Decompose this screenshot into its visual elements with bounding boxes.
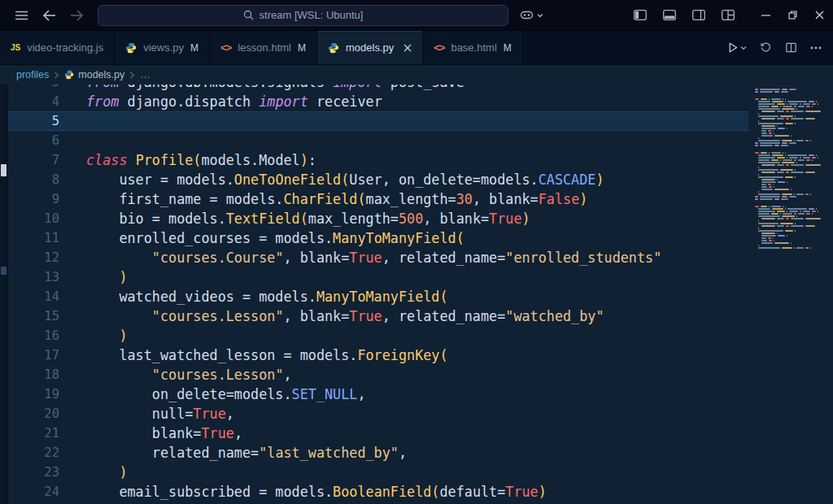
code-line[interactable]: 19 on_delete=models.SET_NULL, <box>8 385 833 404</box>
tab-lesson.html[interactable]: <>lesson.htmlM <box>210 31 317 64</box>
back-arrow-icon[interactable] <box>41 7 57 24</box>
code-line[interactable]: 17 last_watched_lesson = models.ForeignK… <box>8 345 833 365</box>
code-line[interactable]: 11 enrolled_courses = models.ManyToManyF… <box>8 228 833 248</box>
code-text: email_subscribed = models.BooleanField(d… <box>86 482 547 502</box>
minimap-line <box>755 123 828 124</box>
code-line[interactable]: 3from django.db.models.signals import po… <box>8 85 833 92</box>
line-number: 19 <box>8 385 59 404</box>
breadcrumb-symbol-ellipsis[interactable]: … <box>140 69 150 80</box>
search-label: stream [WSL: Ubuntu] <box>259 9 364 21</box>
left-strip-mark <box>1 267 7 275</box>
minimap-line <box>755 232 828 234</box>
minimap-line <box>755 186 828 188</box>
minimap-line <box>755 150 828 151</box>
code-line[interactable]: 16 ) <box>8 326 833 345</box>
editor-actions <box>726 31 833 64</box>
code-text: null=True, <box>86 404 234 424</box>
code-line[interactable]: 15 "courses.Lesson", blank=True, related… <box>8 306 833 326</box>
minimap-line <box>755 176 828 178</box>
minimap-line <box>755 111 828 112</box>
titlebar-left <box>0 7 91 24</box>
split-editor-icon[interactable] <box>785 41 797 54</box>
left-strip-mark <box>1 164 7 176</box>
more-actions-icon[interactable] <box>810 46 822 50</box>
minimap-line <box>755 223 828 224</box>
code-line[interactable]: 9 first_name = models.CharField(max_leng… <box>8 189 833 209</box>
code-text: blank=True, <box>86 424 242 443</box>
forward-arrow-icon[interactable] <box>68 7 85 24</box>
tab-base.html[interactable]: <>base.htmlM <box>423 31 523 64</box>
minimap-line <box>755 179 828 180</box>
code-line[interactable]: 10 bio = models.TextField(max_length=500… <box>8 209 833 228</box>
code-line[interactable]: 13 ) <box>8 267 833 287</box>
minimap-line <box>755 189 828 190</box>
code-text: from django.db.models.signals import pos… <box>86 85 464 92</box>
minimap-line <box>755 198 828 200</box>
code-line[interactable]: 18 "courses.Lesson", <box>8 365 833 385</box>
minimap-line <box>755 218 828 219</box>
minimap-line <box>755 120 828 122</box>
minimap-line <box>755 235 828 237</box>
copilot-menu[interactable] <box>520 10 543 21</box>
code-area[interactable]: 3from django.db.models.signals import po… <box>8 85 833 502</box>
code-line[interactable]: 24 email_subscribed = models.BooleanFiel… <box>8 482 833 502</box>
customize-layout-icon[interactable] <box>720 7 736 24</box>
minimap-line <box>755 101 828 102</box>
code-line[interactable]: 8 user = models.OneToOneField(User, on_d… <box>8 170 833 189</box>
tab-label: video-tracking.js <box>27 41 103 54</box>
tab-label: views.py <box>143 41 184 54</box>
code-line[interactable]: 21 blank=True, <box>8 424 833 443</box>
chevron-right-icon <box>129 72 135 79</box>
code-line[interactable]: 5 <box>8 111 833 131</box>
minimap-line <box>755 93 828 95</box>
toggle-primary-sidebar-icon[interactable] <box>632 7 648 24</box>
code-text: first_name = models.CharField(max_length… <box>86 189 587 209</box>
restore-button[interactable] <box>779 0 806 30</box>
code-line[interactable]: 23 ) <box>8 463 833 482</box>
command-center-search[interactable]: stream [WSL: Ubuntu] <box>98 5 508 26</box>
code-line[interactable]: 22 related_name="last_watched_by", <box>8 443 833 463</box>
minimap-line <box>755 213 828 215</box>
python-icon <box>328 42 339 54</box>
minimap-line <box>755 184 828 185</box>
line-number: 24 <box>8 482 59 502</box>
code-line[interactable]: 20 null=True, <box>8 404 833 424</box>
minimize-button[interactable] <box>752 0 779 30</box>
line-number: 23 <box>8 463 59 482</box>
breadcrumb-folder[interactable]: profiles <box>16 69 49 80</box>
titlebar: stream [WSL: Ubuntu] <box>0 0 833 31</box>
window-controls <box>752 0 833 30</box>
line-number: 15 <box>8 306 59 326</box>
tab-video-tracking.js[interactable]: JSvideo-tracking.js <box>0 31 115 64</box>
line-number: 5 <box>8 111 59 131</box>
minimap-line <box>755 220 828 222</box>
code-line[interactable]: 6 <box>8 131 833 150</box>
minimap-line <box>755 208 828 210</box>
code-line[interactable]: 12 "courses.Course", blank=True, related… <box>8 248 833 267</box>
minimap[interactable] <box>748 85 833 260</box>
timeline-history-icon[interactable] <box>760 41 772 54</box>
code-text: watched_videos = models.ManyToManyField( <box>86 287 448 306</box>
minimap-line <box>755 201 828 202</box>
editor[interactable]: 3from django.db.models.signals import po… <box>0 85 833 504</box>
toggle-panel-icon[interactable] <box>661 7 678 24</box>
tab-close-icon[interactable] <box>403 44 412 52</box>
copilot-icon <box>520 10 534 21</box>
code-line[interactable]: 14 watched_videos = models.ManyToManyFie… <box>8 287 833 306</box>
code-line[interactable]: 7class Profile(models.Model): <box>8 150 833 170</box>
chevron-right-icon <box>54 72 59 79</box>
code-line[interactable]: 4from django.dispatch import receiver <box>8 92 833 111</box>
tab-views.py[interactable]: views.pyM <box>115 31 210 64</box>
menu-icon[interactable] <box>13 7 29 24</box>
minimap-line <box>755 240 828 241</box>
line-number: 6 <box>8 131 59 150</box>
toggle-secondary-sidebar-icon[interactable] <box>691 7 707 24</box>
line-number: 16 <box>8 326 59 345</box>
close-button[interactable] <box>806 0 833 30</box>
minimap-line <box>755 181 828 183</box>
minimap-line <box>755 108 828 110</box>
tab-models.py[interactable]: models.py <box>317 31 423 64</box>
javascript-file-icon: JS <box>11 43 20 52</box>
run-button[interactable] <box>726 41 747 54</box>
breadcrumb-file[interactable]: models.py <box>64 69 124 80</box>
